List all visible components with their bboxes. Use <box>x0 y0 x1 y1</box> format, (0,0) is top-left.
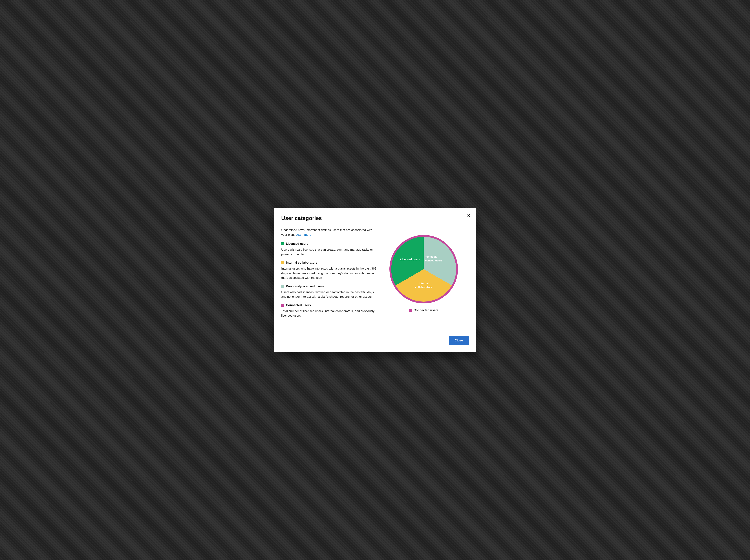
swatch-previously-icon <box>281 285 284 288</box>
category-previously: Previously-licensed users Users who had … <box>281 285 379 299</box>
chart-legend: Connected users <box>409 309 438 312</box>
category-description: Users with paid licenses that can create… <box>281 247 379 256</box>
category-header: Previously-licensed users <box>281 285 379 288</box>
category-header: Internal collaborators <box>281 261 379 265</box>
user-categories-modal: ✕ User categories Understand how Smartsh… <box>274 208 476 352</box>
pie-inner-slices <box>391 237 456 302</box>
swatch-connected-icon <box>281 304 284 307</box>
category-description: Total number of licensed users, internal… <box>281 309 379 318</box>
close-icon: ✕ <box>467 213 470 218</box>
category-name: Connected users <box>286 304 311 307</box>
slice-label-previously: Previously licensed users <box>424 255 449 262</box>
swatch-licensed-icon <box>281 242 284 245</box>
intro-plain: Understand how Smartsheet defines users … <box>281 228 372 236</box>
swatch-internal-icon <box>281 261 284 264</box>
category-header: Connected users <box>281 304 379 307</box>
category-name: Licensed users <box>286 242 308 246</box>
modal-title: User categories <box>281 215 469 221</box>
category-internal: Internal collaborators Internal users wh… <box>281 261 379 280</box>
close-button[interactable]: Close <box>449 336 469 345</box>
pie-chart: Licensed users Previously licensed users… <box>390 235 458 304</box>
category-name: Internal collaborators <box>286 261 317 265</box>
category-description: Internal users who have interacted with … <box>281 266 379 280</box>
modal-footer: Close <box>281 329 469 345</box>
category-licensed: Licensed users Users with paid licenses … <box>281 242 379 256</box>
category-name: Previously-licensed users <box>286 285 324 288</box>
slice-label-internal: Internal collaborators <box>411 282 436 289</box>
category-header: Licensed users <box>281 242 379 246</box>
right-column: Licensed users Previously licensed users… <box>386 228 461 329</box>
legend-swatch-icon <box>409 309 412 312</box>
learn-more-link[interactable]: Learn more <box>296 233 311 236</box>
left-column: Understand how Smartsheet defines users … <box>281 228 379 329</box>
category-description: Users who had licenses revoked or deacti… <box>281 290 379 299</box>
modal-body: Understand how Smartsheet defines users … <box>281 228 469 329</box>
close-icon-button[interactable]: ✕ <box>466 213 471 219</box>
category-connected: Connected users Total number of licensed… <box>281 304 379 318</box>
chart-legend-text: Connected users <box>414 309 438 312</box>
intro-text: Understand how Smartsheet defines users … <box>281 228 379 237</box>
slice-label-licensed: Licensed users <box>400 257 420 261</box>
